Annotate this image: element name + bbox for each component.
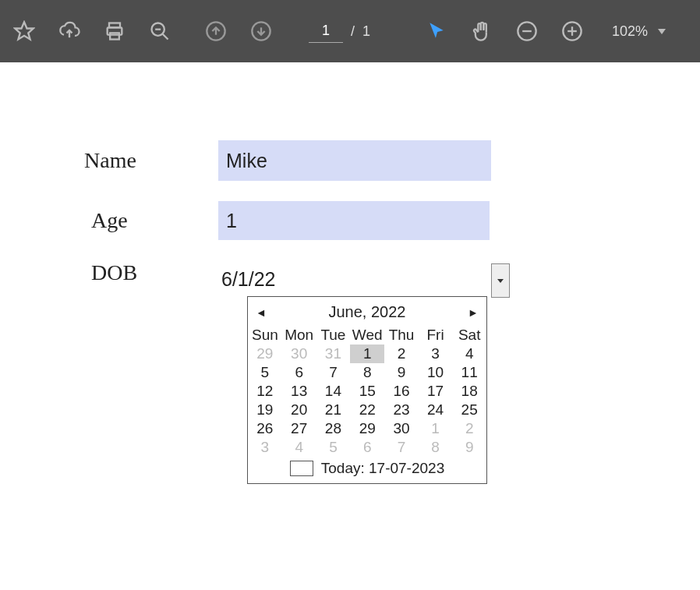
dob-dropdown-button[interactable] <box>491 263 510 298</box>
calendar-day-header: Tue <box>316 326 351 344</box>
calendar-day-cell[interactable]: 28 <box>316 419 351 438</box>
calendar-day-cell[interactable]: 8 <box>350 363 384 382</box>
zoom-value: 102% <box>612 23 648 40</box>
calendar-day-header: Sun <box>248 326 282 344</box>
calendar-day-cell[interactable]: 29 <box>248 344 282 363</box>
calendar-day-cell[interactable]: 16 <box>384 382 419 401</box>
name-row: Name <box>0 140 700 181</box>
today-link[interactable]: Today: 17-07-2023 <box>321 460 444 477</box>
calendar-day-header: Wed <box>350 326 384 344</box>
calendar-day-cell[interactable]: 23 <box>384 401 419 419</box>
calendar-day-cell[interactable]: 29 <box>350 419 384 438</box>
today-box-icon[interactable] <box>290 461 313 476</box>
calendar-grid: SunMonTueWedThuFriSat 293031123456789101… <box>248 326 486 457</box>
calendar-day-cell[interactable]: 17 <box>419 382 452 401</box>
page-number-input[interactable] <box>309 19 343 43</box>
plus-circle-icon[interactable] <box>556 15 589 48</box>
calendar-day-cell[interactable]: 19 <box>248 401 282 419</box>
calendar-day-cell[interactable]: 6 <box>350 438 384 457</box>
calendar-day-cell[interactable]: 20 <box>282 401 316 419</box>
calendar-day-cell[interactable]: 4 <box>452 344 486 363</box>
calendar-day-cell[interactable]: 22 <box>350 401 384 419</box>
calendar-day-cell[interactable]: 30 <box>282 344 316 363</box>
calendar-day-cell[interactable]: 13 <box>282 382 316 401</box>
dob-field-container: 6/1/22 ◄ June, 2022 ► SunMonTueWedThuFri… <box>218 265 276 291</box>
calendar-header: ◄ June, 2022 ► <box>248 297 486 326</box>
date-picker: ◄ June, 2022 ► SunMonTueWedThuFriSat 293… <box>247 296 487 484</box>
calendar-day-cell[interactable]: 3 <box>419 344 452 363</box>
age-field[interactable] <box>218 201 490 240</box>
calendar-day-header: Thu <box>384 326 419 344</box>
page-total: 1 <box>362 23 370 40</box>
calendar-day-cell[interactable]: 12 <box>248 382 282 401</box>
name-label: Name <box>0 148 218 173</box>
dob-field[interactable]: 6/1/22 <box>218 265 276 291</box>
calendar-day-header: Fri <box>419 326 452 344</box>
chevron-down-icon <box>657 27 666 35</box>
calendar-day-cell[interactable]: 7 <box>316 363 351 382</box>
arrow-up-circle-icon[interactable] <box>200 15 232 48</box>
calendar-day-cell[interactable]: 7 <box>384 438 419 457</box>
calendar-day-cell[interactable]: 26 <box>248 419 282 438</box>
document-area: Name Age DOB 6/1/22 ◄ June, 2022 ► SunMo… <box>0 62 700 291</box>
age-label: Age <box>0 208 218 233</box>
calendar-day-cell[interactable]: 14 <box>316 382 351 401</box>
svg-line-5 <box>163 34 168 40</box>
calendar-day-cell[interactable]: 11 <box>452 363 486 382</box>
cloud-upload-icon[interactable] <box>53 15 86 48</box>
calendar-day-cell[interactable]: 9 <box>452 438 486 457</box>
prev-month-button[interactable]: ◄ <box>256 306 267 319</box>
calendar-day-cell[interactable]: 21 <box>316 401 351 419</box>
star-icon[interactable] <box>8 15 41 48</box>
calendar-day-cell[interactable]: 2 <box>384 344 419 363</box>
arrow-down-circle-icon[interactable] <box>245 15 278 48</box>
calendar-day-cell[interactable]: 9 <box>384 363 419 382</box>
name-field[interactable] <box>218 140 491 181</box>
calendar-day-cell[interactable]: 18 <box>452 382 486 401</box>
calendar-day-cell[interactable]: 15 <box>350 382 384 401</box>
hand-icon[interactable] <box>465 15 498 48</box>
calendar-day-header: Sat <box>452 326 486 344</box>
page-separator: / <box>351 23 355 40</box>
zoom-dropdown[interactable]: 102% <box>612 23 666 40</box>
calendar-day-cell[interactable]: 10 <box>419 363 452 382</box>
calendar-day-cell[interactable]: 24 <box>419 401 452 419</box>
zoom-out-icon[interactable] <box>143 15 176 48</box>
calendar-day-cell[interactable]: 30 <box>384 419 419 438</box>
calendar-day-cell[interactable]: 5 <box>316 438 351 457</box>
calendar-day-cell[interactable]: 31 <box>316 344 351 363</box>
minus-circle-icon[interactable] <box>511 15 543 48</box>
calendar-day-cell[interactable]: 1 <box>419 419 452 438</box>
calendar-day-cell[interactable]: 3 <box>248 438 282 457</box>
calendar-footer: Today: 17-07-2023 <box>248 457 486 483</box>
dob-label: DOB <box>0 260 218 285</box>
svg-marker-0 <box>15 22 33 39</box>
calendar-day-cell[interactable]: 2 <box>452 419 486 438</box>
calendar-day-cell[interactable]: 8 <box>419 438 452 457</box>
next-month-button[interactable]: ► <box>468 306 479 319</box>
age-row: Age <box>0 201 700 240</box>
svg-marker-16 <box>658 29 666 34</box>
dob-row: DOB 6/1/22 ◄ June, 2022 ► SunMonTueWedTh… <box>0 260 700 291</box>
calendar-day-cell[interactable]: 4 <box>282 438 316 457</box>
pdf-toolbar: / 1 102% <box>0 0 700 62</box>
calendar-day-cell[interactable]: 1 <box>350 344 384 363</box>
cursor-icon[interactable] <box>420 15 453 48</box>
print-icon[interactable] <box>98 15 131 48</box>
chevron-down-icon <box>497 279 504 283</box>
calendar-day-cell[interactable]: 27 <box>282 419 316 438</box>
calendar-day-header: Mon <box>282 326 316 344</box>
calendar-day-cell[interactable]: 6 <box>282 363 316 382</box>
calendar-day-cell[interactable]: 5 <box>248 363 282 382</box>
calendar-day-cell[interactable]: 25 <box>452 401 486 419</box>
calendar-month-label[interactable]: June, 2022 <box>329 303 406 321</box>
